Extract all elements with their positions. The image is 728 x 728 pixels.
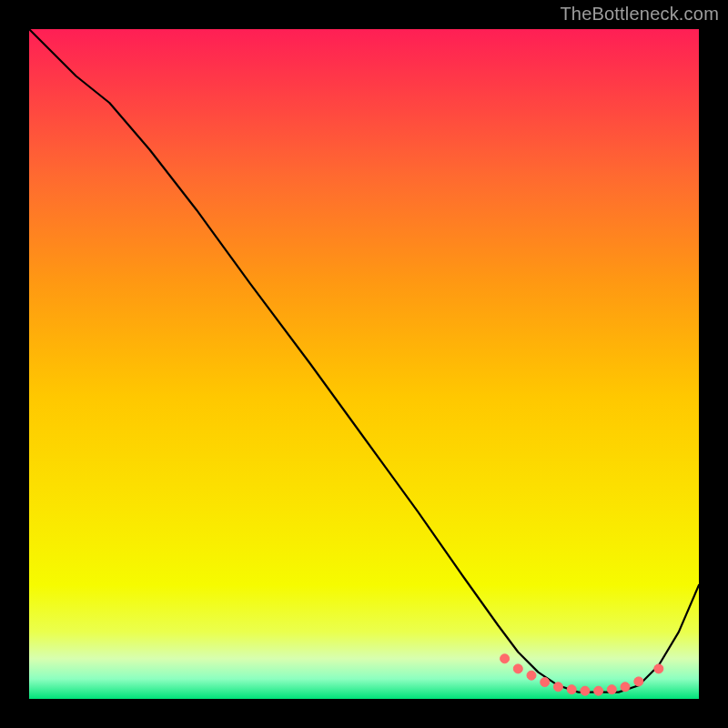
optimum-marker xyxy=(581,686,590,695)
bottleneck-curve xyxy=(29,29,699,693)
optimum-marker xyxy=(527,671,536,680)
optimum-marker xyxy=(500,654,510,663)
watermark-text: TheBottleneck.com xyxy=(560,4,719,25)
optimum-marker xyxy=(513,664,522,673)
optimum-marker-group xyxy=(500,654,663,695)
optimum-marker xyxy=(567,685,576,694)
optimum-marker xyxy=(541,678,550,687)
optimum-marker xyxy=(553,682,562,692)
optimum-marker xyxy=(607,685,616,694)
optimum-marker xyxy=(594,686,603,695)
optimum-marker xyxy=(634,677,643,686)
chart-stage: TheBottleneck.com xyxy=(0,0,728,728)
optimum-marker xyxy=(654,664,663,673)
chart-svg xyxy=(27,27,701,701)
plot-frame xyxy=(27,27,701,701)
optimum-marker xyxy=(621,682,630,692)
